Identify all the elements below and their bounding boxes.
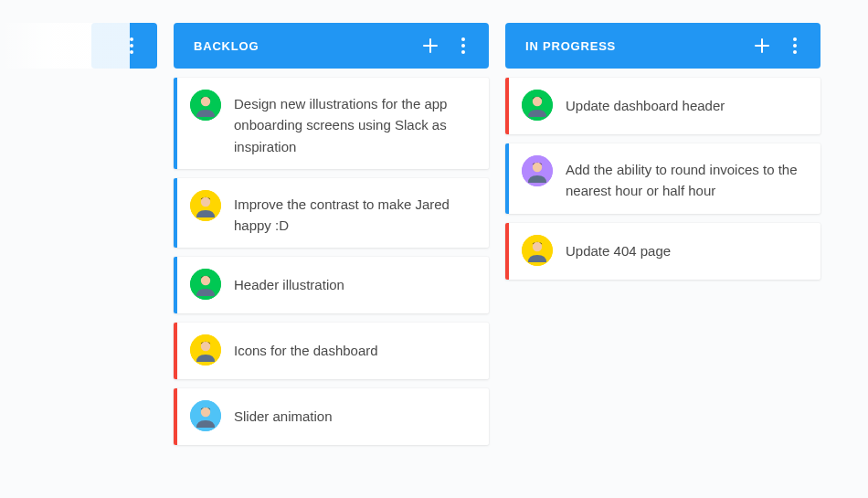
column-menu-button[interactable] (782, 33, 808, 58)
avatar (190, 90, 221, 121)
kanban-card[interactable]: Update 404 page (505, 223, 820, 280)
svg-point-15 (533, 97, 542, 106)
avatar (190, 400, 221, 431)
kanban-card[interactable]: Improve the contrast to make Jared happy… (174, 178, 489, 249)
column-title: BACKLOG (194, 39, 410, 53)
svg-point-9 (201, 342, 210, 351)
more-vertical-icon (130, 37, 133, 54)
avatar (190, 334, 221, 366)
avatar (522, 90, 553, 121)
column-header: IN PROGRESS (505, 23, 820, 69)
kanban-card[interactable]: Slider animation (174, 388, 489, 445)
svg-point-11 (201, 408, 210, 417)
svg-point-19 (533, 241, 542, 250)
column-title: IN PROGRESS (525, 39, 742, 53)
svg-point-3 (201, 97, 210, 106)
avatar (190, 269, 221, 300)
column-menu-button[interactable] (119, 33, 144, 58)
add-card-button[interactable] (749, 33, 775, 58)
card-text: Design new illustrations for the app onb… (234, 90, 472, 157)
avatar (522, 235, 553, 266)
svg-point-5 (201, 197, 210, 207)
card-text: Add the ability to round invoices to the… (566, 155, 804, 202)
more-vertical-icon (793, 37, 797, 54)
kanban-card[interactable]: Design new illustrations for the app onb… (174, 78, 489, 169)
column-backlog: BACKLOG Design new illustrations for the… (174, 23, 489, 445)
avatar (522, 155, 553, 186)
avatar (190, 190, 221, 221)
plus-icon (422, 37, 439, 54)
column-menu-button[interactable] (450, 33, 476, 58)
card-text: Improve the contrast to make Jared happy… (234, 190, 472, 237)
kanban-board: BACKLOG Design new illustrations for the… (0, 0, 868, 445)
kanban-card[interactable]: Add the ability to round invoices to the… (505, 143, 820, 214)
card-text: Icons for the dashboard (234, 334, 378, 361)
card-text: Update 404 page (566, 235, 671, 261)
kanban-card[interactable]: Header illustration (174, 257, 489, 313)
kanban-card[interactable]: Icons for the dashboard (174, 323, 489, 379)
plus-icon (754, 37, 770, 54)
card-text: Header illustration (234, 269, 344, 295)
card-text: Update dashboard header (566, 90, 725, 116)
svg-point-17 (533, 163, 542, 172)
card-text: Slider animation (234, 400, 333, 427)
column-stub (91, 23, 157, 69)
column-in-progress: IN PROGRESS Update dashboard header (505, 23, 820, 280)
more-vertical-icon (461, 37, 465, 54)
column-header: BACKLOG (174, 23, 489, 69)
svg-point-7 (201, 276, 210, 285)
add-card-button[interactable] (418, 33, 443, 58)
kanban-card[interactable]: Update dashboard header (505, 78, 820, 134)
